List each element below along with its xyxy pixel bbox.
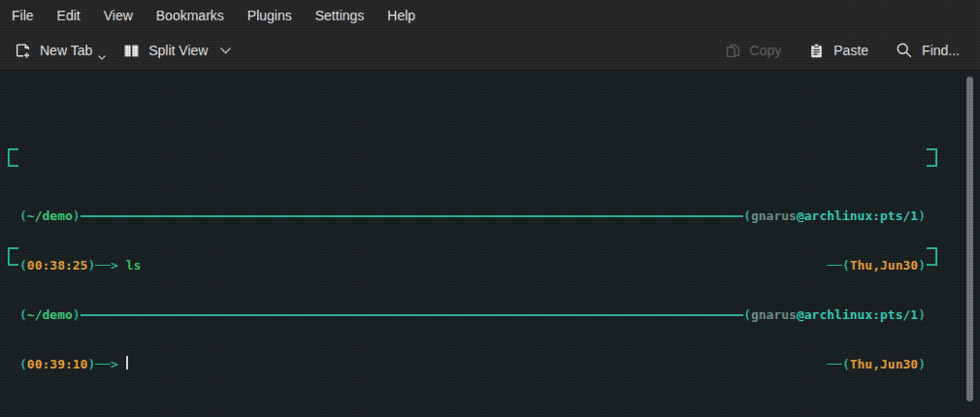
at-sign: @ <box>797 208 804 224</box>
menu-bookmarks[interactable]: Bookmarks <box>145 0 236 31</box>
username: gnarus <box>751 208 797 224</box>
paren: ) <box>918 356 926 372</box>
cwd-path: ~/demo <box>27 208 73 224</box>
prompt-line-top: (~/demo)(gnarus@archlinux:pts/1) <box>8 208 937 224</box>
split-view-label: Split View <box>148 43 208 58</box>
copy-label: Copy <box>750 43 782 58</box>
paren: ( <box>842 356 850 372</box>
paren: ( <box>19 356 27 372</box>
prompt-line-top: (~/demo)(gnarus@archlinux:pts/1) <box>8 306 937 323</box>
new-tab-icon <box>15 43 31 59</box>
date-dash: ── <box>827 356 842 372</box>
copy-button[interactable]: Copy <box>716 34 791 67</box>
paren: ( <box>743 306 751 323</box>
paste-button[interactable]: Paste <box>800 34 877 67</box>
new-tab-label: New Tab <box>40 43 92 58</box>
paste-label: Paste <box>833 43 868 58</box>
prompt-time: 00:39:10 <box>27 356 88 372</box>
paren: ) <box>73 306 81 323</box>
menu-view[interactable]: View <box>92 0 145 31</box>
paren: ( <box>19 208 27 224</box>
at-sign: @ <box>797 306 804 323</box>
hostname-tty: archlinux:pts/1 <box>804 208 918 224</box>
paren: ) <box>918 208 926 224</box>
search-icon <box>896 42 913 59</box>
username: gnarus <box>751 306 797 323</box>
menu-bar: File Edit View Bookmarks Plugins Setting… <box>0 0 980 31</box>
prompt-bracket-right-icon <box>927 148 937 167</box>
prompt-bracket-right-icon <box>927 247 937 266</box>
toolbar: New Tab Split View <box>0 31 980 70</box>
find-button[interactable]: Find... <box>887 34 968 67</box>
cwd-path: ~/demo <box>27 306 73 323</box>
paren: ) <box>73 208 81 224</box>
menu-file[interactable]: File <box>0 0 46 31</box>
menu-help[interactable]: Help <box>376 0 427 31</box>
prompt-bracket-left-icon <box>8 148 18 167</box>
paste-icon <box>808 43 825 59</box>
prompt-arrow: ──> <box>95 356 117 372</box>
menu-plugins[interactable]: Plugins <box>236 0 304 31</box>
prompt-fill-line <box>81 314 744 316</box>
split-view-button[interactable]: Split View <box>114 34 240 67</box>
new-tab-chevron-down-icon[interactable] <box>98 55 106 60</box>
terminal-viewport[interactable]: (~/demo)(gnarus@archlinux:pts/1) (00:38:… <box>0 70 980 417</box>
scrollbar-thumb[interactable] <box>966 77 973 401</box>
prompt-line-bottom: (00:39:10)──>──(Thu,Jun30) <box>8 356 937 372</box>
hostname-tty: archlinux:pts/1 <box>804 306 918 323</box>
new-tab-button[interactable]: New Tab <box>6 34 114 67</box>
prompt-bracket-left-icon <box>8 247 18 266</box>
paren: ) <box>918 306 926 323</box>
copy-icon <box>725 43 741 59</box>
menu-edit[interactable]: Edit <box>46 0 92 31</box>
split-view-chevron-down-icon[interactable] <box>220 48 231 54</box>
menu-settings[interactable]: Settings <box>304 0 376 31</box>
find-label: Find... <box>922 43 960 58</box>
prompt-spacer <box>128 356 827 372</box>
prompt-fill-line <box>81 215 744 217</box>
split-view-icon <box>123 43 140 59</box>
paren: ( <box>743 208 751 224</box>
prompt-block: (~/demo)(gnarus@archlinux:pts/1) (00:39:… <box>8 241 937 273</box>
prompt-date: Thu,Jun30 <box>850 356 918 372</box>
paren: ( <box>19 306 27 323</box>
prompt-block: (~/demo)(gnarus@archlinux:pts/1) (00:38:… <box>8 142 937 175</box>
